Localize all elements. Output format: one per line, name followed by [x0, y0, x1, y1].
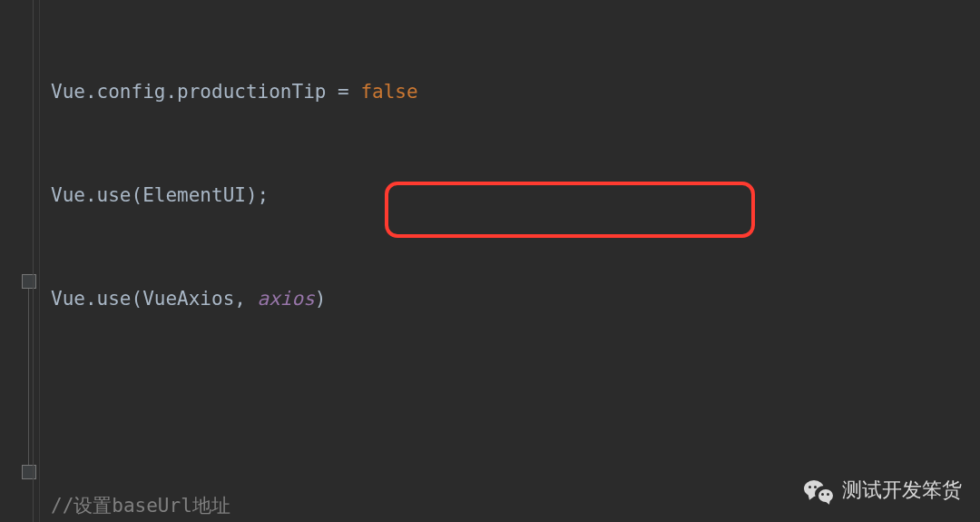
code-editor[interactable]: Vue.config.productionTip = false Vue.use…: [0, 0, 980, 522]
fold-open-icon[interactable]: [22, 274, 36, 289]
editor-gutter: [0, 0, 40, 522]
code-line: Vue.config.productionTip = false: [51, 74, 647, 109]
code-line: Vue.use(ElementUI);: [51, 178, 647, 212]
watermark-label: 测试开发笨货: [842, 473, 962, 507]
keyword-false: false: [360, 81, 417, 103]
code-area[interactable]: Vue.config.productionTip = false Vue.use…: [40, 0, 647, 522]
fold-guide-line: [28, 289, 29, 470]
comment-text: //设置baseUrl地址: [51, 495, 230, 517]
code-text: Vue.config.productionTip =: [51, 81, 360, 103]
blank-line: [51, 385, 647, 419]
param-axios: axios: [258, 288, 315, 310]
code-text: Vue.use(VueAxios,: [51, 288, 258, 310]
code-line: //设置baseUrl地址: [51, 488, 647, 522]
watermark: 测试开发笨货: [804, 473, 962, 507]
code-text: Vue.use(ElementUI);: [51, 184, 269, 206]
wechat-icon: [804, 478, 833, 502]
code-text: ): [315, 288, 327, 310]
fold-close-icon[interactable]: [22, 465, 36, 479]
code-line: Vue.use(VueAxios, axios): [51, 281, 647, 316]
